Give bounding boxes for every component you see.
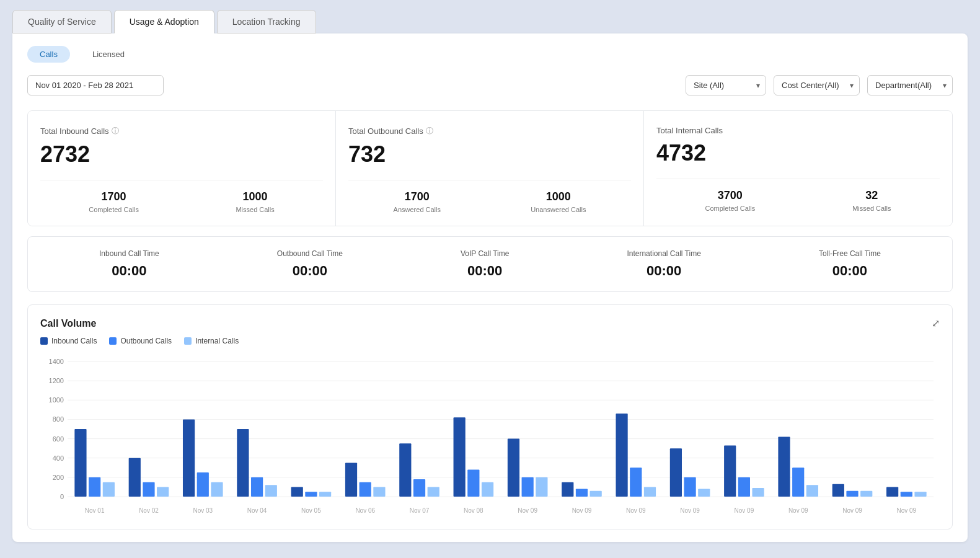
site-filter-wrapper: Site (All) — [686, 75, 766, 95]
svg-rect-45 — [467, 469, 479, 497]
info-icon: ⓘ — [112, 126, 119, 136]
inbound-stat-panel: Total Inbound Calls ⓘ 2732 1700 Complete… — [28, 111, 336, 226]
tollfree-call-time: Toll-Free Call Time 00:00 — [819, 249, 881, 279]
svg-text:1200: 1200 — [49, 377, 64, 384]
svg-rect-36 — [345, 463, 357, 497]
svg-text:0: 0 — [60, 493, 64, 500]
outbound-call-time: Outbound Call Time 00:00 — [277, 249, 343, 279]
cost-center-filter[interactable]: Cost Center(All) — [774, 75, 860, 95]
inbound-completed: 1700 Completed Calls — [89, 190, 139, 213]
international-call-time: International Call Time 00:00 — [627, 249, 700, 279]
svg-rect-56 — [616, 414, 627, 497]
svg-rect-41 — [413, 479, 425, 497]
inbound-sub-row: 1700 Completed Calls 1000 Missed Calls — [40, 180, 323, 213]
svg-rect-33 — [305, 492, 317, 497]
svg-rect-76 — [886, 487, 898, 497]
svg-rect-29 — [251, 477, 263, 497]
sub-tab-licensed[interactable]: Licensed — [80, 46, 137, 63]
internal-completed: 3700 Completed Calls — [705, 189, 755, 212]
svg-text:Nov 01: Nov 01 — [85, 507, 105, 514]
svg-rect-72 — [832, 484, 844, 497]
svg-text:Nov 04: Nov 04 — [247, 507, 267, 514]
svg-rect-70 — [806, 485, 818, 497]
internal-value: 4732 — [656, 140, 940, 166]
svg-rect-74 — [860, 491, 872, 497]
outbound-stat-panel: Total Outbound Calls ⓘ 732 1700 Answered… — [336, 111, 644, 226]
svg-text:Nov 07: Nov 07 — [410, 507, 430, 514]
inbound-missed: 1000 Missed Calls — [236, 190, 274, 213]
svg-rect-69 — [792, 467, 804, 497]
svg-rect-25 — [197, 472, 209, 497]
svg-rect-52 — [562, 482, 573, 497]
svg-rect-38 — [373, 487, 385, 497]
svg-text:Nov 09: Nov 09 — [842, 507, 862, 514]
sub-tabs: Calls Licensed — [27, 46, 953, 63]
internal-missed: 32 Missed Calls — [852, 189, 891, 212]
outbound-sub-row: 1700 Answered Calls 1000 Unanswered Call… — [348, 180, 631, 213]
svg-rect-40 — [399, 443, 411, 497]
legend-outbound: Outbound Calls — [109, 337, 172, 345]
legend-internal: Internal Calls — [184, 337, 239, 345]
chart-legend: Inbound Calls Outbound Calls Internal Ca… — [40, 337, 940, 345]
outbound-answered: 1700 Answered Calls — [394, 190, 441, 213]
outbound-label: Total Outbound Calls ⓘ — [348, 126, 631, 136]
svg-rect-53 — [576, 489, 588, 497]
internal-sub-row: 3700 Completed Calls 32 Missed Calls — [656, 179, 940, 212]
svg-rect-17 — [89, 477, 100, 497]
department-filter[interactable]: Department(All) — [867, 75, 953, 95]
legend-internal-label: Internal Calls — [195, 337, 239, 345]
svg-text:Nov 02: Nov 02 — [139, 507, 159, 514]
svg-text:200: 200 — [53, 474, 64, 481]
date-range-input[interactable] — [27, 75, 164, 95]
legend-inbound-dot — [40, 337, 48, 345]
main-tabs: Quality of Service Usage & Adoption Loca… — [12, 10, 968, 33]
svg-text:Nov 09: Nov 09 — [626, 507, 646, 514]
svg-rect-18 — [103, 482, 115, 497]
svg-rect-26 — [211, 482, 223, 497]
expand-icon[interactable]: ⤢ — [932, 317, 940, 329]
svg-rect-60 — [670, 448, 682, 497]
svg-text:400: 400 — [53, 454, 64, 462]
svg-rect-78 — [914, 492, 926, 497]
svg-text:Nov 05: Nov 05 — [301, 507, 321, 514]
filter-selects: Site (All) Cost Center(All) Department(A… — [686, 75, 953, 95]
svg-text:1400: 1400 — [49, 358, 64, 365]
svg-rect-49 — [522, 477, 534, 497]
svg-text:Nov 09: Nov 09 — [897, 507, 917, 514]
tab-location[interactable]: Location Tracking — [217, 10, 316, 33]
svg-rect-42 — [428, 487, 439, 497]
inbound-value: 2732 — [40, 141, 323, 167]
legend-outbound-label: Outbound Calls — [120, 337, 172, 345]
svg-rect-58 — [644, 487, 656, 497]
svg-text:Nov 09: Nov 09 — [735, 507, 754, 514]
svg-text:Nov 09: Nov 09 — [788, 507, 808, 514]
svg-rect-54 — [590, 491, 602, 497]
sub-tab-calls[interactable]: Calls — [27, 46, 70, 63]
svg-rect-65 — [738, 477, 750, 497]
legend-outbound-dot — [109, 337, 117, 345]
tab-usage[interactable]: Usage & Adoption — [114, 10, 214, 33]
svg-rect-28 — [237, 429, 249, 497]
tab-qos[interactable]: Quality of Service — [12, 10, 112, 33]
outbound-value: 732 — [348, 141, 631, 167]
svg-text:Nov 08: Nov 08 — [464, 507, 483, 514]
voip-call-time: VoIP Call Time 00:00 — [461, 249, 509, 279]
department-filter-wrapper: Department(All) — [867, 75, 953, 95]
chart-section: Call Volume ⤢ Inbound Calls Outbound Cal… — [27, 304, 953, 529]
svg-rect-77 — [901, 492, 912, 497]
svg-text:Nov 09: Nov 09 — [680, 507, 700, 514]
svg-text:600: 600 — [53, 435, 64, 443]
svg-rect-22 — [157, 487, 169, 497]
svg-text:Nov 06: Nov 06 — [355, 507, 375, 514]
svg-rect-50 — [536, 477, 547, 497]
svg-rect-66 — [753, 488, 764, 497]
svg-text:Nov 09: Nov 09 — [572, 507, 592, 514]
svg-rect-61 — [684, 477, 695, 497]
svg-text:Nov 03: Nov 03 — [193, 507, 213, 514]
call-time-row: Inbound Call Time 00:00 Outbound Call Ti… — [27, 236, 953, 292]
svg-rect-44 — [454, 417, 466, 497]
svg-rect-68 — [778, 436, 790, 497]
site-filter[interactable]: Site (All) — [686, 75, 766, 95]
stats-grid: Total Inbound Calls ⓘ 2732 1700 Complete… — [27, 110, 953, 226]
svg-rect-64 — [724, 445, 736, 497]
